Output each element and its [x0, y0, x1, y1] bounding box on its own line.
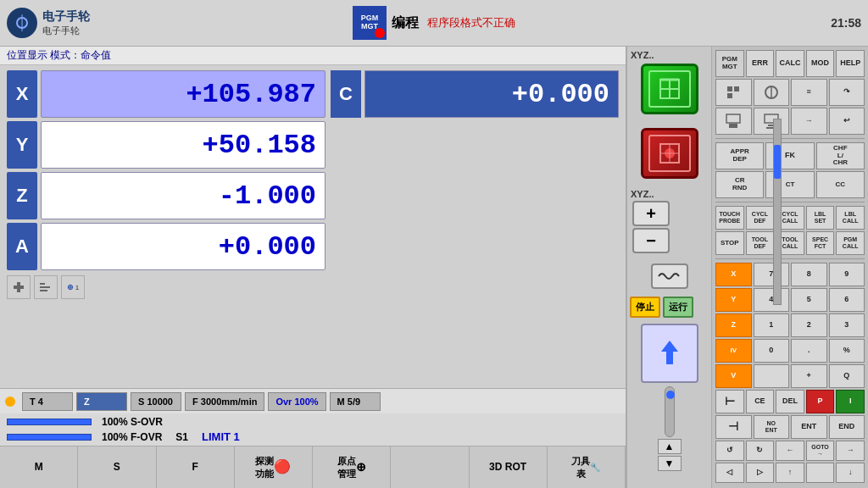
scroll-circle[interactable] — [665, 386, 675, 437]
kp-2[interactable]: 2 — [791, 313, 827, 337]
kp-help[interactable]: HELP — [836, 50, 865, 77]
tab-empty[interactable] — [391, 446, 469, 488]
kp-err[interactable]: ERR — [746, 50, 775, 77]
scroll-bar[interactable] — [773, 119, 782, 305]
kp-x[interactable]: X — [715, 263, 752, 286]
tab-origin[interactable]: 原点管理⊕ — [313, 446, 391, 488]
kp-9[interactable]: 9 — [829, 263, 865, 286]
scroll-dot — [666, 391, 675, 399]
kp-chf[interactable]: CHFL/CHR — [816, 142, 865, 169]
kp-iv[interactable]: IV — [715, 339, 752, 363]
kp-icon3[interactable]: ≡ — [791, 79, 827, 106]
kp-y[interactable]: Y — [715, 288, 752, 312]
mode-bar: 位置显示 模式：命令值 — [0, 47, 626, 65]
kp-icon1[interactable] — [715, 79, 752, 106]
kp-icon4[interactable]: ↷ — [829, 79, 865, 106]
kp-down-arrow[interactable]: ↓ — [836, 463, 865, 483]
kp-rotate-left[interactable]: ↺ — [715, 441, 744, 461]
kp-z[interactable]: Z — [715, 313, 752, 337]
tab-tool[interactable]: 刀具表🔧 — [548, 446, 626, 488]
kp-lbl-set[interactable]: LBLSET — [806, 206, 835, 230]
kp-right-arrow[interactable]: → — [836, 441, 865, 461]
kp-icon-left2[interactable]: ⊣ — [715, 415, 752, 439]
green-button[interactable] — [641, 64, 698, 114]
kp-tool-def[interactable]: TOOLDEF — [746, 231, 775, 255]
kp-rotate-right[interactable]: ↻ — [746, 441, 775, 461]
kp-plus[interactable]: + — [791, 364, 827, 388]
kp-icon8[interactable]: ↩ — [829, 108, 865, 135]
kp-left-arrow[interactable]: ← — [776, 441, 804, 461]
status-dot — [5, 396, 15, 407]
pgm-icon: PGMMGT — [353, 6, 387, 40]
kp-pgm-call[interactable]: PGMCALL — [836, 231, 865, 255]
kp-del[interactable]: DEL — [776, 390, 804, 413]
kp-4[interactable]: 4 — [754, 288, 790, 312]
kp-icon6[interactable] — [754, 108, 790, 135]
wave-button[interactable] — [651, 263, 688, 289]
kp-ent[interactable]: ENT — [791, 415, 827, 439]
handwheel-icon[interactable]: ⊕ 1 — [61, 275, 85, 299]
svg-rect-24 — [729, 124, 737, 128]
kp-next-page[interactable]: ▷ — [746, 463, 775, 483]
tab-3drot[interactable]: 3D ROT — [470, 446, 548, 488]
kp-7[interactable]: 7 — [754, 263, 790, 286]
kp-up-arrow[interactable]: ↑ — [776, 463, 804, 483]
down-arrow-btn[interactable]: ▼ — [658, 456, 682, 471]
kp-dot[interactable]: . — [791, 339, 827, 363]
kp-percent[interactable]: % — [829, 339, 865, 363]
kp-icon5[interactable] — [715, 108, 752, 135]
kp-row-arrows: ↺ ↻ ← GOTO→ → — [715, 441, 865, 461]
kp-icon-left[interactable]: ⊢ — [715, 390, 744, 413]
kp-cc[interactable]: CC — [816, 171, 865, 198]
kp-stop[interactable]: STOP — [715, 231, 744, 255]
kp-touch-probe[interactable]: TOUCHPROBE — [715, 206, 744, 230]
up-arrow-btn[interactable]: ▲ — [658, 439, 682, 454]
kp-prev-page[interactable]: ◁ — [715, 463, 744, 483]
kp-cr-rnd[interactable]: CRRND — [715, 171, 764, 198]
kp-8[interactable]: 8 — [791, 263, 827, 286]
kp-calc[interactable]: CALC — [776, 50, 804, 77]
kp-icon2[interactable] — [754, 79, 790, 106]
kp-icon7[interactable]: → — [791, 108, 827, 135]
kp-p[interactable]: P — [806, 390, 835, 413]
kp-0[interactable]: 0 — [754, 339, 790, 363]
settings-icon[interactable] — [34, 275, 58, 299]
kp-end[interactable]: END — [829, 415, 865, 439]
kp-ce[interactable]: CE — [746, 390, 775, 413]
coord-display: X +105.987 Y +50.158 Z -1.000 A +0.000 — [0, 65, 626, 388]
kp-spec-fct[interactable]: SPECFCT — [806, 231, 835, 255]
kp-v[interactable]: V — [715, 364, 752, 388]
kp-goto[interactable]: GOTO→ — [806, 441, 835, 461]
kp-q[interactable]: Q — [829, 364, 865, 388]
minus-button[interactable]: − — [632, 228, 670, 253]
tab-f[interactable]: F — [157, 446, 235, 488]
kp-no-ent[interactable]: NOENT — [754, 415, 790, 439]
zoom-icon[interactable] — [7, 275, 31, 299]
main-layout: 位置显示 模式：命令值 X +105.987 Y +50.158 Z -1. — [0, 47, 868, 488]
tab-explore[interactable]: 探测功能🔴 — [235, 446, 313, 488]
kp-1[interactable]: 1 — [754, 313, 790, 337]
kp-row-icons: ≡ ↷ — [715, 79, 865, 106]
kp-lbl-call[interactable]: LBLCALL — [836, 206, 865, 230]
svg-rect-17 — [666, 352, 673, 364]
kp-i[interactable]: I — [836, 390, 865, 413]
z-status: Z — [76, 392, 127, 411]
kp-row-arrows2: ◁ ▷ ↑ ↓ — [715, 463, 865, 483]
tab-m[interactable]: M — [0, 446, 78, 488]
tab-s[interactable]: S — [78, 446, 156, 488]
svg-rect-4 — [17, 282, 20, 292]
kp-mod[interactable]: MOD — [806, 50, 835, 77]
kp-5[interactable]: 5 — [791, 288, 827, 312]
red-button[interactable] — [641, 128, 698, 179]
kp-cycl-def[interactable]: CYCLDEF — [746, 206, 775, 230]
kp-6[interactable]: 6 — [829, 288, 865, 312]
kp-3[interactable]: 3 — [829, 313, 865, 337]
plus-button[interactable]: + — [632, 201, 670, 226]
f-ovr-bar — [7, 434, 92, 441]
stop-button[interactable]: 停止 — [630, 297, 660, 318]
x-row: X +105.987 — [7, 70, 326, 118]
run-button[interactable]: 运行 — [663, 297, 693, 318]
kp-pgm-mgt[interactable]: PGMMGT — [715, 50, 744, 77]
t-status: T 4 — [22, 392, 73, 411]
kp-appr-dep[interactable]: APPRDEP — [715, 142, 764, 169]
